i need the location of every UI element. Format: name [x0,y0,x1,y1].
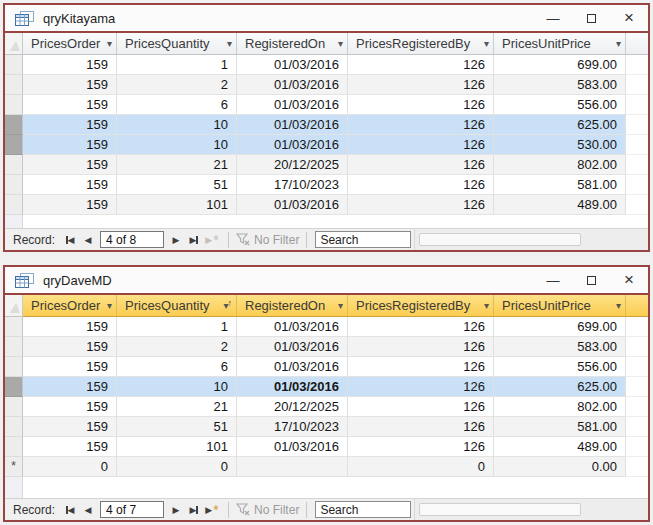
close-icon[interactable]: × [610,5,648,31]
cell-pricesorder[interactable]: 0 [23,457,117,477]
column-dropdown-icon[interactable]: ▾ [338,38,343,49]
cell-pricesorder[interactable]: 159 [23,195,117,215]
row-selector[interactable] [5,135,23,155]
row-selector[interactable] [5,357,23,377]
row-selector[interactable] [5,437,23,457]
cell-pricesorder[interactable]: 159 [23,115,117,135]
record-position-box[interactable]: 4 of 8 [100,231,164,248]
cell-pricesregisteredby[interactable]: 126 [348,135,494,155]
row-selector[interactable] [5,377,23,397]
cell-pricesorder[interactable]: 159 [23,135,117,155]
cell-pricesregisteredby[interactable]: 126 [348,155,494,175]
column-dropdown-icon[interactable]: ▾ [107,300,112,311]
row-selector[interactable] [5,55,23,75]
cell-pricesunitprice[interactable]: 489.00 [494,437,626,457]
cell-pricesorder[interactable]: 159 [23,55,117,75]
cell-pricesregisteredby[interactable]: 126 [348,95,494,115]
cell-pricesregisteredby[interactable]: 126 [348,75,494,95]
cell-pricesregisteredby[interactable]: 126 [348,437,494,457]
row-selector[interactable] [5,397,23,417]
cell-registeredon[interactable]: 17/10/2023 [237,175,348,195]
cell-pricesorder[interactable]: 159 [23,175,117,195]
cell-registeredon[interactable]: 20/12/2025 [237,155,348,175]
close-icon[interactable]: × [610,267,648,293]
cell-pricesquantity[interactable]: 10 [117,377,237,397]
column-header-registeredon[interactable]: RegisteredOn▾ [237,295,348,317]
cell-pricesunitprice[interactable]: 556.00 [494,95,626,115]
cell-pricesquantity[interactable]: 2 [117,75,237,95]
horizontal-scrollbar[interactable] [414,229,648,250]
cell-pricesunitprice[interactable]: 802.00 [494,397,626,417]
cell-pricesregisteredby[interactable]: 126 [348,115,494,135]
new-record-button[interactable]: ▶* [203,231,221,249]
cell-pricesunitprice[interactable]: 625.00 [494,115,626,135]
new-record-button[interactable]: ▶* [203,501,221,519]
cell-registeredon[interactable]: 01/03/2016 [237,357,348,377]
maximize-icon[interactable] [572,5,610,31]
column-header-pricesorder[interactable]: PricesOrder▾ [23,295,117,317]
cell-registeredon[interactable]: 01/03/2016 [237,437,348,457]
cell-pricesquantity[interactable]: 51 [117,175,237,195]
column-dropdown-icon[interactable]: ▾ [227,38,232,49]
row-selector[interactable]: * [5,457,23,477]
row-selector[interactable] [5,175,23,195]
cell-pricesunitprice[interactable]: 489.00 [494,195,626,215]
cell-pricesorder[interactable]: 159 [23,95,117,115]
cell-pricesregisteredby[interactable]: 126 [348,175,494,195]
cell-pricesorder[interactable]: 159 [23,397,117,417]
cell-pricesquantity[interactable]: 21 [117,155,237,175]
cell-pricesquantity[interactable]: 6 [117,95,237,115]
cell-registeredon[interactable]: 01/03/2016 [237,95,348,115]
cell-registeredon[interactable]: 01/03/2016 [237,75,348,95]
cell-pricesunitprice[interactable]: 530.00 [494,135,626,155]
row-selector[interactable] [5,155,23,175]
column-dropdown-icon[interactable]: ▾ [484,38,489,49]
column-header-pricesunitprice[interactable]: PricesUnitPrice▾ [494,295,626,317]
cell-pricesregisteredby[interactable]: 126 [348,337,494,357]
scrollbar-thumb[interactable] [419,233,581,246]
cell-pricesquantity[interactable]: 1 [117,317,237,337]
column-dropdown-icon[interactable]: ▾ [484,300,489,311]
minimize-icon[interactable]: — [534,5,572,31]
last-record-button[interactable]: ▶ [185,501,203,519]
cell-pricesunitprice[interactable]: 802.00 [494,155,626,175]
next-record-button[interactable]: ▶ [167,231,185,249]
column-header-pricesquantity[interactable]: PricesQuantity▾ [117,33,237,55]
first-record-button[interactable]: ◀ [61,501,79,519]
cell-pricesorder[interactable]: 159 [23,155,117,175]
last-record-button[interactable]: ▶ [185,231,203,249]
column-dropdown-icon[interactable]: ▾ [616,300,621,311]
cell-pricesorder[interactable]: 159 [23,417,117,437]
cell-pricesunitprice[interactable]: 625.00 [494,377,626,397]
cell-pricesunitprice[interactable]: 583.00 [494,337,626,357]
cell-registeredon[interactable]: 01/03/2016 [237,337,348,357]
row-selector[interactable] [5,337,23,357]
cell-pricesregisteredby[interactable]: 126 [348,317,494,337]
cell-pricesunitprice[interactable]: 0.00 [494,457,626,477]
row-selector[interactable] [5,417,23,437]
cell-pricesregisteredby[interactable]: 126 [348,417,494,437]
column-header-pricesorder[interactable]: PricesOrder▾ [23,33,117,55]
cell-pricesquantity[interactable]: 101 [117,195,237,215]
cell-registeredon[interactable]: 01/03/2016 [237,317,348,337]
search-input[interactable] [315,231,411,248]
cell-pricesunitprice[interactable]: 581.00 [494,417,626,437]
cell-pricesquantity[interactable]: 6 [117,357,237,377]
cell-pricesorder[interactable]: 159 [23,357,117,377]
cell-registeredon[interactable] [237,457,348,477]
cell-pricesunitprice[interactable]: 556.00 [494,357,626,377]
cell-pricesquantity[interactable]: 101 [117,437,237,457]
column-header-pricesregisteredby[interactable]: PricesRegisteredBy▾ [348,295,494,317]
select-all-corner[interactable] [5,295,23,317]
row-selector[interactable] [5,115,23,135]
cell-pricesorder[interactable]: 159 [23,437,117,457]
row-selector[interactable] [5,75,23,95]
cell-registeredon[interactable]: 01/03/2016 [237,135,348,155]
previous-record-button[interactable]: ◀ [79,501,97,519]
cell-pricesquantity[interactable]: 51 [117,417,237,437]
cell-pricesquantity[interactable]: 10 [117,115,237,135]
cell-pricesorder[interactable]: 159 [23,337,117,357]
cell-pricesregisteredby[interactable]: 126 [348,397,494,417]
maximize-icon[interactable] [572,267,610,293]
no-filter-button[interactable]: No Filter [236,233,299,247]
